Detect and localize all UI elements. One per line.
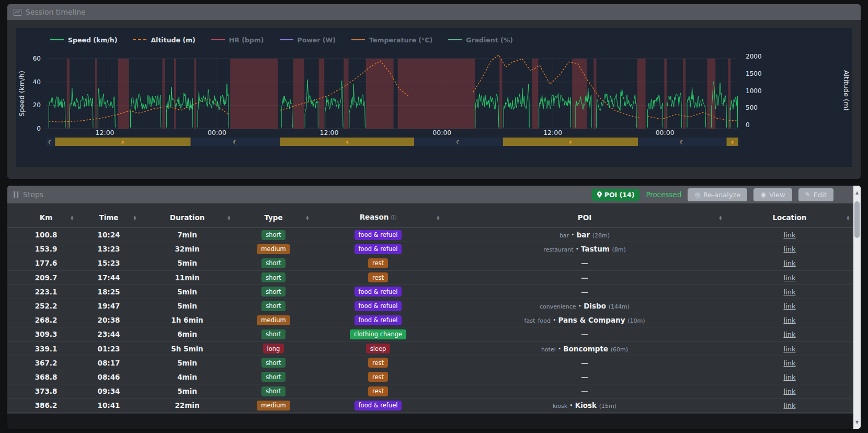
cell-time: 08:46 — [77, 373, 140, 381]
poi-name: · Kiosk — [567, 401, 599, 409]
poi-count-label: POI (14) — [604, 191, 635, 199]
reanalyze-button[interactable]: ◎ Re-analyze — [688, 188, 747, 201]
legend-item-5[interactable]: Gradient (%) — [448, 36, 513, 44]
location-link[interactable]: link — [784, 259, 796, 267]
cell-duration: 5min — [140, 259, 234, 267]
legend-swatch — [351, 39, 365, 40]
svg-text:00:00: 00:00 — [432, 129, 451, 136]
table-row: 252.219:475minshortfood & refuelconvenie… — [7, 299, 853, 313]
cell-location: link — [726, 401, 853, 409]
scroll-up-arrow[interactable]: ▲ — [853, 186, 861, 199]
sort-arrows-icon[interactable]: ▲▼ — [71, 215, 73, 220]
poi-empty: — — [581, 387, 588, 395]
cell-reason: sleep — [313, 344, 443, 354]
legend-item-1[interactable]: Altitude (m) — [133, 36, 195, 44]
location-link[interactable]: link — [784, 302, 796, 310]
view-button[interactable]: ◉ View — [753, 188, 792, 201]
poi-distance: (144m) — [609, 303, 630, 310]
timeline-chart[interactable]: Speed (km/h)Altitude (m)HR (bpm)Power (W… — [16, 28, 852, 167]
scrollbar-thumb[interactable] — [854, 201, 860, 238]
reason-badge: food & refuel — [355, 244, 402, 254]
edit-button[interactable]: ✎ Edit — [798, 188, 833, 201]
poi-category: hotel — [541, 346, 556, 353]
cell-poi: — — [443, 330, 726, 338]
cell-location: link — [726, 274, 853, 282]
column-header-reason[interactable]: Reasonⓘ▲▼ — [313, 213, 443, 222]
location-link[interactable]: link — [784, 373, 796, 381]
column-header-duration[interactable]: Duration▲▼ — [140, 213, 234, 222]
sun-icon: ☀ — [730, 139, 735, 146]
legend-item-0[interactable]: Speed (km/h) — [50, 36, 117, 44]
location-link[interactable]: link — [784, 316, 796, 324]
sort-arrows-icon[interactable]: ▲▼ — [227, 215, 230, 220]
pencil-icon: ✎ — [805, 191, 810, 198]
vertical-scrollbar[interactable]: ▲ ▼ — [853, 186, 861, 429]
timeline-chart-svg[interactable]: 0204060050010001500200012:0000:0012:0000… — [16, 49, 852, 167]
sort-arrows-icon[interactable]: ▲▼ — [847, 215, 849, 220]
type-badge: short — [261, 329, 285, 339]
location-link[interactable]: link — [784, 245, 796, 253]
poi-category: fast_food — [524, 317, 551, 324]
location-link[interactable]: link — [784, 288, 796, 296]
timeline-body: Speed (km/h)Altitude (m)HR (bpm)Power (W… — [7, 28, 861, 167]
cell-poi: — — [443, 274, 726, 282]
info-icon[interactable]: ⓘ — [391, 214, 396, 221]
sort-arrows-icon[interactable]: ▲▼ — [133, 215, 136, 220]
cell-duration: 5min — [140, 302, 234, 310]
legend-label: HR (bpm) — [229, 36, 264, 44]
sort-arrows-icon[interactable]: ▲▼ — [719, 215, 722, 220]
legend-item-2[interactable]: HR (bpm) — [211, 36, 264, 44]
sort-arrows-icon[interactable]: ▲▼ — [306, 215, 309, 220]
cell-duration: 22min — [140, 401, 234, 409]
cell-location: link — [726, 288, 853, 296]
column-label: Location — [773, 213, 807, 222]
poi-count-badge[interactable]: POI (14) — [592, 189, 640, 201]
sort-arrows-icon[interactable]: ▲▼ — [437, 215, 439, 220]
stops-table: Km▲▼Time▲▼Duration▲▼Type▲▼Reasonⓘ▲▼POI▲▼… — [7, 203, 853, 414]
location-link[interactable]: link — [784, 388, 796, 395]
column-header-km[interactable]: Km▲▼ — [15, 213, 77, 222]
legend-item-3[interactable]: Power (W) — [280, 36, 336, 44]
session-timeline-title: Session timeline — [26, 8, 86, 16]
cell-time: 18:25 — [77, 288, 140, 296]
location-link[interactable]: link — [784, 231, 796, 239]
table-row: 223.118:255minshortfood & refuel—link — [7, 285, 853, 299]
reason-badge: rest — [368, 272, 388, 282]
type-badge: short — [261, 358, 285, 368]
edit-label: Edit — [814, 191, 827, 199]
cell-location: link — [726, 373, 853, 381]
location-link[interactable]: link — [784, 402, 796, 409]
type-badge: short — [261, 287, 285, 297]
cell-time: 15:23 — [77, 259, 140, 267]
table-clip-strip — [7, 414, 861, 429]
poi-empty: — — [581, 373, 588, 381]
location-link[interactable]: link — [784, 359, 796, 367]
reason-badge: rest — [368, 372, 388, 382]
legend-item-4[interactable]: Temperature (°C) — [351, 36, 432, 44]
cell-poi: — — [443, 373, 726, 381]
column-header-location[interactable]: Location▲▼ — [726, 213, 853, 222]
scroll-down-arrow[interactable]: ▼ — [853, 415, 861, 429]
column-header-poi[interactable]: POI▲▼ — [443, 213, 726, 222]
stops-title: Stops — [23, 190, 43, 199]
location-link[interactable]: link — [784, 345, 796, 353]
location-link[interactable]: link — [784, 331, 796, 338]
cell-duration: 5min — [140, 387, 234, 395]
column-header-type[interactable]: Type▲▼ — [234, 213, 313, 222]
type-badge: long — [263, 344, 284, 354]
cell-reason: food & refuel — [313, 287, 443, 297]
cell-type: short — [234, 272, 313, 282]
cell-time: 10:41 — [77, 401, 140, 409]
column-header-time[interactable]: Time▲▼ — [77, 213, 140, 222]
poi-name: · Pans & Company — [551, 316, 627, 324]
cell-poi: bar · bar (28m) — [443, 231, 726, 239]
processed-status: Processed — [646, 190, 681, 199]
column-label: POI — [578, 213, 591, 222]
type-badge: short — [261, 301, 285, 311]
cell-type: short — [234, 372, 313, 382]
cell-time: 20:38 — [77, 316, 140, 324]
cell-km: 209.7 — [15, 274, 77, 282]
table-row: 177.615:235minshortrest—link — [7, 256, 853, 270]
legend-swatch — [448, 39, 462, 40]
location-link[interactable]: link — [784, 274, 796, 282]
